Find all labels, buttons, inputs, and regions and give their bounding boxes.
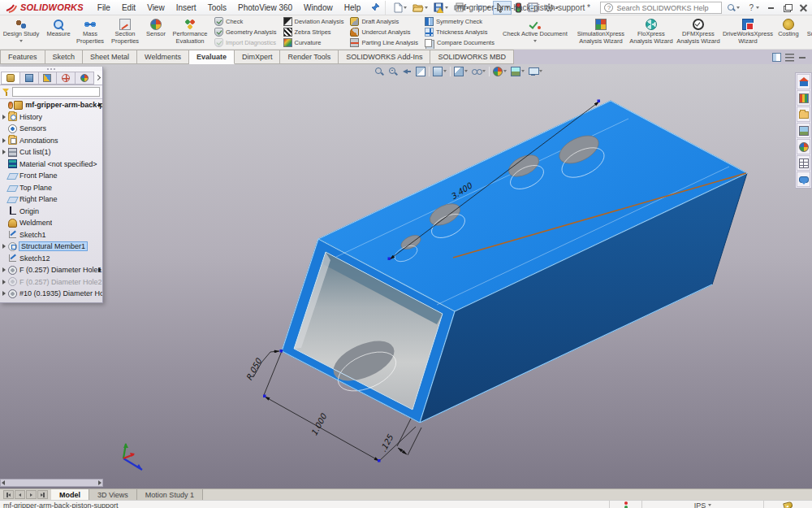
- symmetry-check-button[interactable]: Symmetry Check: [424, 17, 495, 27]
- prev-tab-button[interactable]: [15, 490, 25, 499]
- home-button[interactable]: [797, 74, 810, 89]
- expand-arrow[interactable]: [2, 150, 8, 154]
- expand-arrow[interactable]: [2, 267, 8, 272]
- help-button[interactable]: ?: [745, 2, 762, 14]
- simulationxpress-button[interactable]: SimulationXpress Analysis Wizard: [574, 15, 628, 49]
- tree-item-sensors[interactable]: Sensors: [0, 123, 102, 135]
- panel-display-icon[interactable]: [772, 53, 781, 62]
- tree-item-annotations[interactable]: Annotations: [0, 135, 102, 147]
- tree-item-right-plane[interactable]: Right Plane: [0, 193, 102, 206]
- tab-propertymanager[interactable]: [20, 72, 39, 85]
- tree-item-front-plane[interactable]: Front Plane: [0, 170, 102, 182]
- first-tab-button[interactable]: [3, 490, 14, 499]
- forum-button[interactable]: [797, 172, 810, 187]
- search-button[interactable]: [724, 2, 742, 14]
- tree-item-sketch12[interactable]: Sketch12: [0, 253, 102, 265]
- tab-options-icon[interactable]: [785, 53, 794, 62]
- new-document-button[interactable]: [391, 1, 409, 15]
- sensor-button[interactable]: Sensor: [143, 15, 169, 49]
- geometry-analysis-button[interactable]: Geometry Analysis: [214, 28, 278, 37]
- panel-tabs-overflow[interactable]: [94, 76, 102, 80]
- expand-arrow[interactable]: [2, 138, 8, 143]
- tab-dimxpert[interactable]: DimXpert: [235, 50, 281, 64]
- tab-sketch[interactable]: Sketch: [45, 50, 84, 64]
- driveworksxpress-button[interactable]: DriveWorksXpress Wizard: [722, 15, 774, 49]
- file-explorer-button[interactable]: [797, 106, 810, 122]
- mass-properties-button[interactable]: Mass Properties: [73, 15, 107, 49]
- dim-radius-text[interactable]: R.050: [244, 356, 264, 382]
- appearances-button[interactable]: [797, 139, 810, 154]
- apply-scene-button[interactable]: [510, 66, 525, 77]
- tree-scrollbar[interactable]: [0, 479, 103, 487]
- tab-evaluate[interactable]: Evaluate: [189, 50, 235, 64]
- expand-arrow[interactable]: [2, 291, 8, 296]
- part-model[interactable]: 3.400 R.050 1.000 .125: [0, 64, 812, 488]
- tab-displaymanager[interactable]: [76, 72, 94, 85]
- section-view-button[interactable]: [415, 66, 426, 77]
- tab-3d-views[interactable]: 3D Views: [89, 489, 137, 500]
- tree-item-hole1[interactable]: F (0.257) Diameter Hole1 ->: [0, 264, 102, 276]
- structural-member-body[interactable]: [282, 101, 747, 423]
- tab-solidworks-mbd[interactable]: SOLIDWORKS MBD: [430, 50, 514, 64]
- dfmxpress-button[interactable]: DFMXpress Analysis Wizard: [675, 15, 722, 49]
- custom-properties-button[interactable]: [797, 155, 810, 171]
- floxpress-button[interactable]: FloXpress Analysis Wizard: [628, 15, 675, 49]
- tab-render-tools[interactable]: Render Tools: [280, 50, 339, 64]
- tree-item-cut-list[interactable]: Cut list(1): [0, 146, 102, 158]
- dim-width-text[interactable]: 1.000: [309, 411, 329, 437]
- performance-evaluation-button[interactable]: Performance Evaluation: [169, 15, 211, 49]
- tree-item-top-plane[interactable]: Top Plane: [0, 182, 102, 194]
- menu-photoview360[interactable]: PhotoView 360: [232, 1, 298, 15]
- tab-featuremanager[interactable]: [1, 72, 20, 85]
- tab-weldments[interactable]: Weldments: [137, 50, 189, 64]
- deviation-analysis-button[interactable]: Deviation Analysis: [283, 17, 345, 27]
- costing-button[interactable]: Costing: [774, 15, 803, 49]
- tree-item-structural-member1[interactable]: Structural Member1: [0, 241, 102, 253]
- collapse-ribbon-icon[interactable]: [798, 53, 807, 62]
- tab-features[interactable]: Features: [0, 50, 45, 64]
- tree-item-hole3[interactable]: #10 (0.1935) Diameter Hole1: [0, 288, 102, 300]
- tree-item-hole2[interactable]: F (0.257) Diameter Hole2: [0, 276, 102, 289]
- menu-edit[interactable]: Edit: [116, 1, 141, 15]
- scroll-left-icon[interactable]: [2, 480, 5, 485]
- compare-documents-button[interactable]: Compare Documents: [424, 38, 495, 48]
- flyout-arrow[interactable]: [98, 267, 102, 272]
- menu-file[interactable]: File: [92, 1, 116, 15]
- zoom-to-fit-button[interactable]: [374, 66, 385, 77]
- units-selector[interactable]: IPS: [641, 501, 763, 508]
- tree-filter-input[interactable]: [12, 87, 100, 97]
- parting-line-analysis-button[interactable]: Parting Line Analysis: [349, 38, 419, 48]
- tab-dimxpertmanager[interactable]: [57, 72, 76, 85]
- menu-tools[interactable]: Tools: [202, 1, 232, 15]
- close-button[interactable]: [797, 2, 810, 14]
- zoom-to-area-button[interactable]: [387, 66, 399, 77]
- tab-solidworks-addins[interactable]: SOLIDWORKS Add-Ins: [339, 50, 430, 64]
- undercut-analysis-button[interactable]: Undercut Analysis: [349, 28, 419, 37]
- scroll-right-icon[interactable]: [98, 480, 102, 485]
- curvature-button[interactable]: Curvature: [283, 38, 345, 48]
- pin-menu-icon[interactable]: [371, 2, 380, 13]
- display-style-button[interactable]: [453, 66, 469, 77]
- tab-configurationmanager[interactable]: [39, 72, 58, 85]
- flyout-arrow[interactable]: [98, 102, 102, 107]
- expand-arrow[interactable]: [2, 115, 8, 119]
- view-palette-button[interactable]: [797, 123, 810, 138]
- last-tab-button[interactable]: [37, 490, 48, 499]
- design-library-button[interactable]: [797, 90, 810, 106]
- tree-item-sketch1[interactable]: Sketch1: [0, 229, 102, 241]
- menu-insert[interactable]: Insert: [171, 1, 202, 15]
- menu-window[interactable]: Window: [298, 1, 339, 15]
- check-active-document-button[interactable]: Check Active Document: [498, 15, 572, 49]
- graphics-viewport[interactable]: 3.400 R.050 1.000 .125: [0, 64, 812, 488]
- tree-item-origin[interactable]: Origin: [0, 206, 102, 218]
- next-tab-button[interactable]: [26, 490, 37, 499]
- view-settings-button[interactable]: [528, 66, 543, 77]
- draft-analysis-button[interactable]: Draft Analysis: [349, 17, 419, 27]
- previous-view-button[interactable]: [401, 66, 412, 77]
- design-study-button[interactable]: Design Study: [0, 15, 42, 49]
- sustainability-button[interactable]: Sustainability: [803, 15, 812, 49]
- dim-thickness-text[interactable]: .125: [378, 433, 395, 454]
- tab-model[interactable]: Model: [51, 489, 89, 500]
- zebra-stripes-button[interactable]: Zebra Stripes: [283, 28, 345, 37]
- section-properties-button[interactable]: Section Properties: [107, 15, 143, 49]
